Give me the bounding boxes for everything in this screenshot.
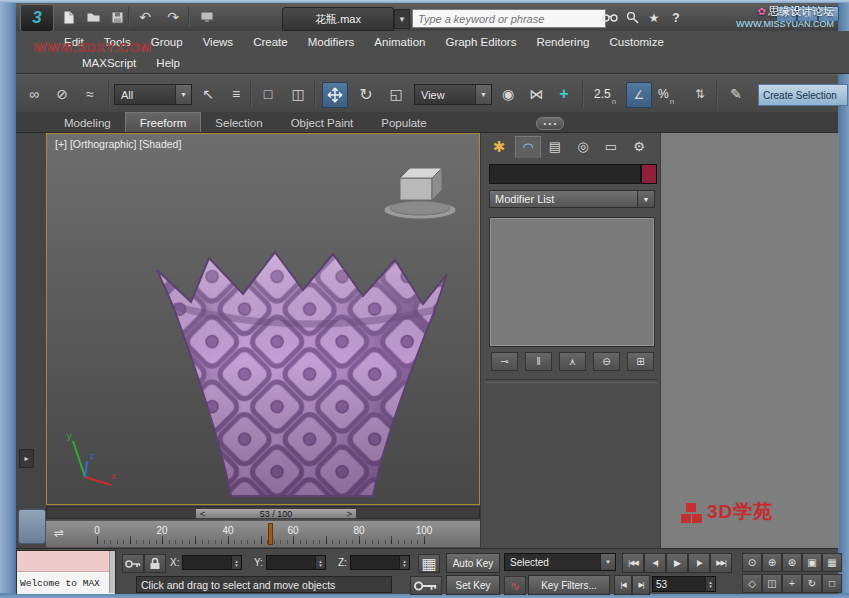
menu-views[interactable]: Views — [193, 36, 243, 48]
angle-snap-toggle-icon[interactable]: ∠ — [626, 82, 652, 108]
favorites-star-icon[interactable]: ★ — [644, 9, 664, 26]
remove-modifier-icon[interactable]: ⊖ — [593, 352, 620, 371]
pin-stack-icon[interactable]: ⊸ — [491, 352, 518, 371]
menu-modifiers[interactable]: Modifiers — [298, 36, 365, 48]
chevron-down-icon[interactable]: ▼ — [600, 554, 615, 570]
current-frame-marker[interactable] — [268, 523, 273, 545]
bind-to-space-warp-icon[interactable]: ≈ — [78, 82, 102, 106]
previous-frame-icon[interactable]: ◀| — [644, 553, 666, 573]
y-spinner[interactable]: ▴▾ — [315, 556, 325, 569]
listener-scrollbar[interactable] — [109, 551, 115, 593]
listener-macro-line[interactable] — [17, 551, 115, 572]
viewport-layout-flyout-icon[interactable]: ▸ — [19, 449, 34, 468]
viewport-layout-preset[interactable] — [18, 509, 46, 544]
maximize-viewport-icon[interactable]: □ — [822, 574, 842, 593]
object-name-field[interactable] — [489, 164, 641, 184]
chevron-down-icon[interactable]: ▼ — [175, 85, 191, 104]
current-frame-field[interactable]: 53 ▴▾ — [652, 576, 716, 592]
percent-snap-toggle[interactable]: %n — [658, 82, 674, 106]
show-end-result-icon[interactable]: ‖ — [525, 352, 552, 371]
select-and-scale-icon[interactable]: ◱ — [384, 82, 408, 106]
z-spinner[interactable]: ▴▾ — [399, 556, 409, 569]
pan-icon[interactable]: + — [782, 574, 802, 593]
modifier-list-dropdown[interactable]: Modifier List ▼ — [489, 190, 655, 208]
listener-output-line[interactable]: Welcome to MAX — [17, 572, 115, 594]
zoom-extents-all-icon[interactable]: ▦ — [822, 553, 842, 572]
zoom-extents-icon[interactable]: ▣ — [802, 553, 822, 572]
modify-panel-icon[interactable]: ◠ — [515, 136, 541, 158]
file-tab-dropdown-icon[interactable]: ▼ — [394, 9, 410, 29]
create-selection-set-button[interactable]: Create Selection — [758, 84, 848, 106]
rectangular-selection-region-icon[interactable]: □ — [256, 82, 280, 106]
isolate-selection-icon[interactable]: ⊙ — [742, 553, 762, 572]
open-file-icon[interactable] — [82, 7, 104, 27]
ribbon-tab-modeling[interactable]: Modeling — [50, 113, 125, 132]
menu-animation[interactable]: Animation — [364, 36, 435, 48]
set-key-button[interactable]: Set Key — [446, 575, 500, 595]
reference-coordinate-system-dropdown[interactable]: View ▼ — [414, 84, 492, 105]
viewport[interactable]: [+] [Orthographic] [Shaded] — [46, 133, 480, 505]
display-panel-icon[interactable]: ▭ — [599, 136, 623, 157]
track-bar[interactable]: ⇌ 0 20 40 60 80 100 — [46, 520, 480, 547]
next-frame-icon[interactable]: |▶ — [688, 553, 710, 573]
key-filters-button[interactable]: Key Filters... — [528, 575, 610, 595]
ribbon-tab-selection[interactable]: Selection — [201, 113, 276, 132]
vase-model[interactable] — [147, 244, 459, 500]
menu-rendering[interactable]: Rendering — [526, 36, 599, 48]
unlink-selection-icon[interactable]: ⊘ — [50, 82, 74, 106]
undo-icon[interactable]: ↶ — [134, 7, 156, 27]
binoculars-search-icon[interactable] — [600, 9, 620, 26]
previous-key-icon[interactable]: |◀ — [614, 575, 632, 595]
magnifier-icon[interactable] — [622, 9, 642, 26]
snaps-toggle-25d[interactable]: 2.5n — [594, 82, 616, 106]
menu-maxscript[interactable]: MAXScript — [72, 57, 146, 69]
orbit-icon[interactable]: ↻ — [802, 574, 822, 593]
new-file-icon[interactable] — [58, 7, 80, 27]
zoom-all-icon[interactable]: ⊛ — [782, 553, 802, 572]
application-menu-button[interactable]: 3 — [20, 4, 54, 32]
create-panel-icon[interactable]: ✱ — [487, 136, 511, 157]
next-key-icon[interactable]: ▶| — [632, 575, 650, 595]
chevron-down-icon[interactable]: ▼ — [637, 191, 654, 207]
mini-curve-editor-icon[interactable]: ⇌ — [54, 526, 64, 540]
motion-panel-icon[interactable]: ◎ — [571, 136, 595, 157]
menu-graph-editors[interactable]: Graph Editors — [435, 36, 526, 48]
viewport-label[interactable]: [+] [Orthographic] [Shaded] — [55, 138, 181, 150]
workspace-icon[interactable] — [196, 7, 218, 27]
y-coordinate-field[interactable]: ▴▾ — [266, 555, 326, 570]
redo-icon[interactable]: ↷ — [162, 7, 184, 27]
select-and-rotate-icon[interactable]: ↻ — [354, 82, 378, 106]
edit-named-selection-sets-icon[interactable]: ✎ — [724, 82, 748, 106]
maxscript-mini-listener[interactable]: Welcome to MAX — [16, 550, 116, 594]
select-by-name-icon[interactable]: ≡ — [224, 82, 248, 106]
select-and-link-icon[interactable]: ∞ — [22, 82, 46, 106]
grid-snap-icon[interactable]: ▦ — [418, 554, 440, 573]
z-coordinate-field[interactable]: ▴▾ — [350, 555, 410, 570]
set-keys-key-icon[interactable] — [410, 576, 442, 595]
spinner-snap-toggle-icon[interactable]: ⇅ — [688, 82, 712, 106]
zoom-icon[interactable]: ⊕ — [762, 553, 782, 572]
frame-spinner[interactable]: ▴▾ — [705, 577, 715, 591]
go-to-end-icon[interactable]: ▶▶| — [710, 553, 732, 573]
save-file-icon[interactable] — [106, 7, 128, 27]
modifier-stack-list[interactable] — [489, 217, 655, 347]
selection-lock-key-icon[interactable] — [122, 554, 144, 573]
scene-helper-object[interactable] — [342, 160, 472, 222]
object-color-swatch[interactable] — [641, 164, 657, 184]
ribbon-minimize-pill[interactable]: • • • — [536, 117, 564, 130]
menu-help[interactable]: Help — [146, 57, 190, 69]
window-crossing-toggle-icon[interactable]: ◫ — [286, 82, 310, 106]
lock-icon[interactable] — [144, 554, 166, 573]
time-slider-thumb[interactable]: < 53 / 100 > — [195, 508, 357, 519]
ribbon-tab-freeform[interactable]: Freeform — [125, 112, 202, 132]
ribbon-tab-populate[interactable]: Populate — [367, 113, 440, 132]
x-spinner[interactable]: ▴▾ — [231, 556, 241, 569]
configure-modifier-sets-icon[interactable]: ⊞ — [627, 352, 654, 371]
help-icon[interactable]: ? — [666, 9, 686, 26]
play-animation-icon[interactable]: ▶ — [666, 553, 688, 573]
utilities-panel-icon[interactable]: ⚙ — [627, 136, 651, 157]
go-to-start-icon[interactable]: |◀◀ — [622, 553, 644, 573]
auto-key-button[interactable]: Auto Key — [446, 553, 500, 573]
select-object-icon[interactable]: ↖ — [196, 82, 220, 106]
make-unique-icon[interactable]: ⋏ — [559, 352, 586, 371]
